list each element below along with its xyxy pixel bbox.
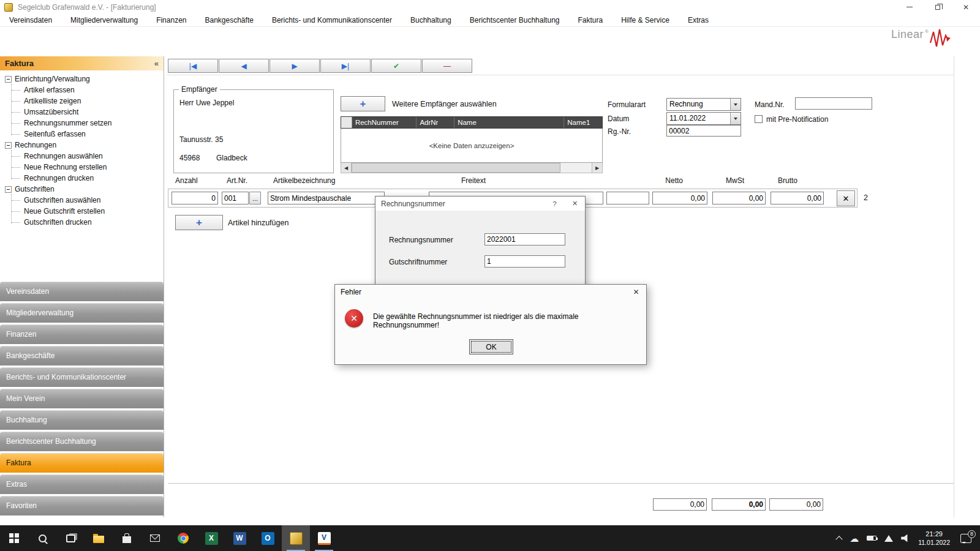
onedrive-cloud-icon[interactable]: ☁ — [850, 534, 859, 543]
confirm-button[interactable]: ✔ — [371, 59, 421, 73]
menu-hilfe-service[interactable]: Hilfe & Service — [612, 14, 679, 26]
artnr-browse-button[interactable]: ... — [249, 192, 261, 204]
tree-item-artikelliste-zeigen[interactable]: Artikelliste zeigen — [8, 96, 164, 107]
add-article-button[interactable]: + — [175, 215, 223, 230]
scroll-thumb[interactable] — [352, 163, 560, 173]
tree-expander-icon[interactable] — [5, 76, 12, 83]
remove-button[interactable]: — — [422, 59, 472, 73]
fehler-dialog-titlebar[interactable]: Fehler ✕ — [335, 285, 646, 299]
chrome-button[interactable] — [169, 525, 197, 551]
tree-item-umsatzuebersicht[interactable]: Umsatzübersicht — [8, 107, 164, 118]
sidebar-collapse-icon[interactable]: « — [154, 59, 159, 68]
battery-icon-button[interactable] — [867, 536, 876, 541]
menu-extras[interactable]: Extras — [679, 14, 718, 26]
tree-item-gutschriften-drucken[interactable]: Gutschriften drucken — [8, 217, 164, 228]
scroll-track[interactable] — [352, 163, 592, 173]
tree-item-neue-rechnung-erstellen[interactable]: Neue Rechnung erstellen — [8, 162, 164, 173]
next-record-button[interactable]: ▶ — [270, 59, 320, 73]
nav-favoriten[interactable]: Favoriten — [0, 496, 164, 515]
scroll-left-icon[interactable]: ◀ — [341, 163, 352, 173]
tree-group-einrichtung[interactable]: Einrichtung/Verwaltung — [2, 73, 164, 84]
dialog-close-icon[interactable]: ✕ — [565, 197, 585, 211]
menu-vereinsdaten[interactable]: Vereinsdaten — [0, 14, 61, 26]
close-button[interactable]: ✕ — [952, 0, 980, 14]
nav-mein-verein[interactable]: Mein Verein — [0, 389, 164, 408]
dropdown-arrow-icon[interactable] — [730, 113, 741, 124]
add-recipient-button[interactable]: + — [341, 96, 385, 111]
tree-item-rechnungen-auswaehlen[interactable]: Rechnungen auswählen — [8, 151, 164, 162]
delete-row-button[interactable]: ✕ — [837, 190, 855, 206]
nav-berichtscenter[interactable]: Berichts- und Kommunikationscenter — [0, 367, 164, 387]
tree-item-rechnungen-drucken[interactable]: Rechnungen drucken — [8, 173, 164, 184]
nav-finanzen[interactable]: Finanzen — [0, 324, 164, 344]
menu-faktura[interactable]: Faktura — [568, 14, 612, 26]
rgnr-input[interactable] — [666, 125, 741, 137]
first-record-button[interactable]: |◀ — [168, 59, 218, 73]
menu-mitgliederverwaltung[interactable]: Mitgliederverwaltung — [61, 14, 147, 26]
action-center-button[interactable]: 8 — [958, 534, 971, 543]
tree-item-gutschriften-auswaehlen[interactable]: Gutschriften auswählen — [8, 195, 164, 206]
scroll-right-icon[interactable]: ▶ — [592, 163, 602, 173]
brutto-input[interactable] — [771, 192, 824, 204]
netto-input[interactable] — [652, 192, 707, 204]
excel-button[interactable]: X — [197, 525, 225, 551]
tray-expand-button[interactable] — [837, 535, 842, 542]
word-button[interactable]: W — [225, 525, 254, 551]
volume-icon-button[interactable] — [901, 534, 910, 542]
minimize-button[interactable] — [895, 0, 924, 14]
mandnr-input[interactable] — [795, 97, 872, 110]
last-record-button[interactable]: ▶| — [320, 59, 371, 73]
taskbar-clock[interactable]: 21:29 11.01.2022 — [918, 530, 950, 547]
store-button[interactable] — [113, 525, 141, 551]
tree-expander-icon[interactable] — [5, 186, 12, 193]
col-adrnr[interactable]: AdrNr — [417, 117, 454, 128]
recipient-grid-scrollbar[interactable]: ◀ ▶ — [341, 163, 603, 173]
tree-group-gutschriften[interactable]: Gutschriften — [2, 184, 164, 195]
menu-berichtscenter[interactable]: Berichts- und Kommunikationscenter — [263, 14, 401, 26]
menu-berichtscenter-buchhaltung[interactable]: Berichtscenter Buchhaltung — [461, 14, 569, 26]
col-name1[interactable]: Name1 — [564, 117, 602, 128]
previous-record-button[interactable]: ◀ — [219, 59, 269, 73]
dialog-close-icon[interactable]: ✕ — [626, 285, 646, 299]
file-explorer-button[interactable] — [85, 525, 113, 551]
outlook-button[interactable]: O — [254, 525, 282, 551]
rechnungsnummer-input[interactable] — [484, 233, 565, 246]
artikelbezeichnung-input[interactable] — [268, 192, 385, 204]
nav-bankgeschaefte[interactable]: Bankgeschäfte — [0, 346, 164, 365]
col-name[interactable]: Name — [454, 117, 564, 128]
restore-button[interactable] — [924, 0, 952, 14]
ok-button[interactable]: OK — [469, 339, 513, 354]
mail-button[interactable] — [141, 525, 169, 551]
nav-buchhaltung[interactable]: Buchhaltung — [0, 410, 164, 430]
nav-faktura[interactable]: Faktura — [0, 453, 164, 473]
tree-item-neue-gutschrift-erstellen[interactable]: Neue Gutschrift erstellen — [8, 206, 164, 217]
tree-item-seitenfuss-erfassen[interactable]: Seitenfuß erfassen — [8, 129, 164, 140]
dialog-help-button[interactable]: ? — [545, 197, 565, 211]
tree-expander-icon[interactable] — [5, 142, 12, 149]
formularart-select[interactable]: Rechnung — [666, 98, 741, 111]
nav-mitgliederverwaltung[interactable]: Mitgliederverwaltung — [0, 303, 164, 323]
rechnungsnummer-dialog-titlebar[interactable]: Rechnungsnummer ? ✕ — [375, 197, 585, 211]
tree-group-rechnungen[interactable]: Rechnungen — [2, 140, 164, 151]
col-rechnummer[interactable]: RechNummer — [352, 117, 417, 128]
search-button[interactable] — [28, 525, 56, 551]
menu-finanzen[interactable]: Finanzen — [147, 14, 195, 26]
prenotification-checkbox[interactable] — [755, 115, 763, 123]
network-icon-button[interactable] — [884, 535, 893, 542]
vr-banking-button[interactable]: V — [310, 525, 338, 551]
menu-buchhaltung[interactable]: Buchhaltung — [401, 14, 461, 26]
gutschriftnummer-input[interactable] — [484, 255, 565, 268]
dropdown-arrow-icon[interactable] — [730, 99, 741, 110]
nav-vereinsdaten[interactable]: Vereinsdaten — [0, 282, 164, 301]
rabatt-input[interactable] — [606, 192, 649, 204]
nav-extras[interactable]: Extras — [0, 474, 164, 494]
nav-berichtscenter-buchhaltung[interactable]: Berichtscenter Buchhaltung — [0, 432, 164, 451]
tree-item-artikel-erfassen[interactable]: Artikel erfassen — [8, 84, 164, 96]
anzahl-input[interactable] — [172, 192, 218, 204]
mwst-input[interactable] — [712, 192, 766, 204]
menu-bankgeschaefte[interactable]: Bankgeschäfte — [196, 14, 263, 26]
linear-app-button[interactable] — [282, 525, 310, 551]
artnr-input[interactable] — [222, 192, 249, 204]
tree-item-rechnungsnummer-setzen[interactable]: Rechnungsnummer setzen — [8, 118, 164, 129]
start-button[interactable] — [0, 525, 28, 551]
